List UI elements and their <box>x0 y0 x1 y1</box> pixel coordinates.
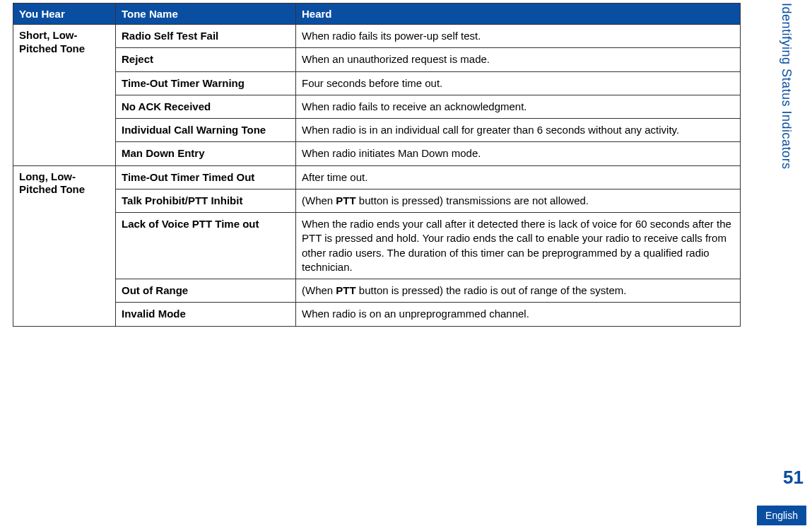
table-row: Long, Low-Pitched ToneTime-Out Timer Tim… <box>13 165 741 189</box>
tone-name-cell: Reject <box>116 48 296 71</box>
heard-cell: (When PTT button is pressed) the radio i… <box>296 279 741 303</box>
page-number: 51 <box>783 467 804 489</box>
tones-table: You Hear Tone Name Heard Short, Low-Pitc… <box>13 3 741 327</box>
heard-cell: After time out. <box>296 165 741 189</box>
tone-name-cell: Man Down Entry <box>116 142 296 165</box>
you-hear-cell: Long, Low-Pitched Tone <box>13 165 116 326</box>
heard-cell: When radio fails to receive an acknowled… <box>296 95 741 118</box>
table-row: No ACK ReceivedWhen radio fails to recei… <box>13 95 741 118</box>
header-heard: Heard <box>296 4 741 25</box>
you-hear-cell: Short, Low-Pitched Tone <box>13 25 116 166</box>
tone-name-cell: No ACK Received <box>116 95 296 118</box>
tone-name-cell: Individual Call Warning Tone <box>116 119 296 142</box>
heard-cell: Four seconds before time out. <box>296 71 741 95</box>
table-row: Invalid ModeWhen radio is on an unprepro… <box>13 303 741 326</box>
section-sidebar: Identifying Status Indicators <box>775 3 806 370</box>
table-row: Short, Low-Pitched ToneRadio Self Test F… <box>13 25 741 48</box>
page: You Hear Tone Name Heard Short, Low-Pitc… <box>0 0 812 531</box>
section-title-vertical: Identifying Status Indicators <box>779 3 794 170</box>
tone-name-cell: Time-Out Timer Timed Out <box>116 165 296 189</box>
table-row: RejectWhen an unauthorized request is ma… <box>13 48 741 71</box>
tone-name-cell: Radio Self Test Fail <box>116 25 296 48</box>
tone-name-cell: Talk Prohibit/PTT Inhibit <box>116 189 296 212</box>
heard-cell: When radio is on an unpreprogrammed chan… <box>296 303 741 326</box>
header-tone-name: Tone Name <box>116 4 296 25</box>
heard-cell: When radio initiates Man Down mode. <box>296 142 741 165</box>
tone-name-cell: Out of Range <box>116 279 296 303</box>
table-body: Short, Low-Pitched ToneRadio Self Test F… <box>13 25 741 327</box>
table-row: Time-Out Timer WarningFour seconds befor… <box>13 71 741 95</box>
heard-cell: When radio is in an individual call for … <box>296 119 741 142</box>
tone-name-cell: Time-Out Timer Warning <box>116 71 296 95</box>
table-header-row: You Hear Tone Name Heard <box>13 4 741 25</box>
table-row: Lack of Voice PTT Time outWhen the radio… <box>13 213 741 279</box>
heard-cell: (When PTT button is pressed) transmissio… <box>296 189 741 212</box>
language-label: English <box>757 506 806 525</box>
heard-cell: When radio fails its power-up self test. <box>296 25 741 48</box>
header-you-hear: You Hear <box>13 4 116 25</box>
content-area: You Hear Tone Name Heard Short, Low-Pitc… <box>13 3 806 327</box>
heard-cell: When an unauthorized request is made. <box>296 48 741 71</box>
table-row: Man Down EntryWhen radio initiates Man D… <box>13 142 741 165</box>
tone-name-cell: Lack of Voice PTT Time out <box>116 213 296 279</box>
table-row: Individual Call Warning ToneWhen radio i… <box>13 119 741 142</box>
heard-cell: When the radio ends your call after it d… <box>296 213 741 279</box>
tone-name-cell: Invalid Mode <box>116 303 296 326</box>
table-row: Talk Prohibit/PTT Inhibit(When PTT butto… <box>13 189 741 212</box>
table-row: Out of Range(When PTT button is pressed)… <box>13 279 741 303</box>
